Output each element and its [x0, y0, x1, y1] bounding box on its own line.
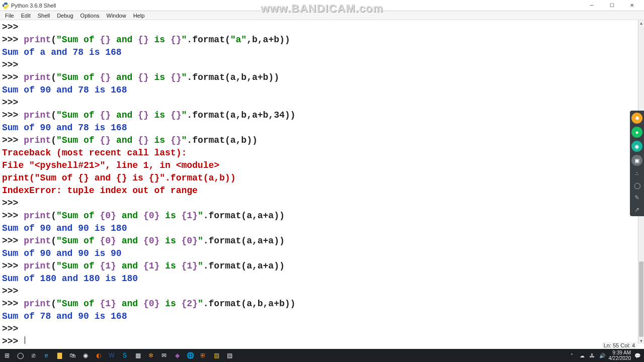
recorder-mic-icon[interactable]: ● — [631, 127, 642, 138]
recorder-toolbar: ✱ ● ◉ ▣ ⛬ ◯ ✎ ↗ — [630, 111, 644, 216]
shell-line: Sum of 78 and 90 is 168 — [2, 310, 636, 323]
file-explorer-icon[interactable]: ▇ — [53, 350, 65, 361]
menu-options[interactable]: Options — [77, 12, 103, 19]
shell-line: >>> print("Sum of {} and {} is {}".forma… — [2, 109, 636, 122]
shell-line: Sum of 90 and 78 is 168 — [2, 84, 636, 97]
scroll-thumb[interactable] — [639, 261, 643, 337]
tray-volume-icon[interactable]: 🔊 — [599, 353, 606, 358]
menubar: FileEditShellDebugOptionsWindowHelp — [0, 11, 644, 20]
titlebar: Python 3.6.8 Shell ─ ☐ ✕ — [0, 0, 644, 11]
maximize-button[interactable]: ☐ — [602, 0, 622, 11]
cortana-icon[interactable]: ◯ — [14, 350, 26, 361]
taskbar: ⊞ ◯ ⎚ e ▇ 🛍 ◉ ◐ W S ▦ ✻ ✉ ◆ 🌐 ⛨ ▥ ▤ ˄ ☁ … — [0, 349, 644, 362]
tray-up-icon[interactable]: ˄ — [569, 353, 576, 358]
shell-output[interactable]: >>> >>> print("Sum of {} and {} is {}".f… — [0, 20, 638, 344]
skype-icon[interactable]: S — [119, 350, 131, 361]
shell-line: >>> — [2, 323, 636, 335]
menu-help[interactable]: Help — [130, 12, 148, 19]
menu-shell[interactable]: Shell — [35, 12, 53, 19]
shell-line: >>> — [2, 285, 636, 298]
taskbar-date: 4/22/2020 — [609, 355, 631, 361]
shell-line: >>> print("Sum of {1} and {0} is {2}".fo… — [2, 298, 636, 310]
shell-line: >>> print("Sum of {} and {} is {}".forma… — [2, 71, 636, 84]
close-button[interactable]: ✕ — [622, 0, 642, 11]
menu-edit[interactable]: Edit — [18, 12, 34, 19]
recorder-circle-icon[interactable]: ◯ — [632, 181, 641, 190]
shell-line: Sum of a and 78 is 168 — [2, 46, 636, 59]
notifications-icon[interactable]: 💬 — [634, 353, 641, 358]
window-title: Python 3.6.8 Shell — [11, 3, 56, 9]
recorder-chat-icon[interactable]: ◉ — [631, 141, 642, 152]
recorder-pencil-icon[interactable]: ✎ — [632, 193, 641, 202]
shell-line: File "<pyshell#21>", line 1, in <module> — [2, 159, 636, 172]
idle-taskbar-icon[interactable]: ▤ — [223, 350, 235, 361]
firefox-icon[interactable]: ◐ — [93, 350, 105, 361]
menu-debug[interactable]: Debug — [54, 12, 76, 19]
shell-line: >>> — [2, 335, 636, 344]
window-controls: ─ ☐ ✕ — [582, 0, 642, 11]
shell-line: >>> print("Sum of {} and {} is {}".forma… — [2, 34, 636, 46]
shield-icon[interactable]: ⛨ — [197, 350, 209, 361]
start-button[interactable]: ⊞ — [1, 350, 13, 361]
shell-line: Sum of 90 and 90 is 180 — [2, 222, 636, 235]
scroll-up-icon[interactable]: ▲ — [638, 20, 644, 26]
taskbar-time: 9:39 AM — [609, 350, 631, 355]
task-view-icon[interactable]: ⎚ — [27, 350, 39, 361]
shell-line: IndexError: tuple index out of range — [2, 185, 636, 197]
mail-icon[interactable]: ✉ — [158, 350, 170, 361]
word-icon[interactable]: W — [106, 350, 118, 361]
python-taskbar-icon[interactable]: ▥ — [210, 350, 222, 361]
shell-line: >>> print("Sum of {0} and {0} is {0}".fo… — [2, 235, 636, 247]
shell-line: >>> — [2, 59, 636, 71]
minimize-button[interactable]: ─ — [582, 0, 602, 11]
shell-line: Sum of 180 and 180 is 180 — [2, 273, 636, 285]
recorder-more-icon[interactable]: ↗ — [632, 205, 641, 214]
shell-line: >>> print("Sum of {1} and {1} is {1}".fo… — [2, 260, 636, 273]
python-icon — [2, 2, 9, 9]
shell-line: >>> — [2, 97, 636, 109]
shell-line: >>> — [2, 197, 636, 210]
tray-network-icon[interactable]: 🖧 — [589, 353, 596, 358]
app2-icon[interactable]: ◆ — [171, 350, 183, 361]
shell-line: print("Sum of {} and {} is {}".format(a,… — [2, 172, 636, 185]
tray-cloud-icon[interactable]: ☁ — [579, 353, 586, 358]
store-icon[interactable]: 🛍 — [66, 350, 78, 361]
shell-line: >>> print("Sum of {0} and {0} is {1}".fo… — [2, 210, 636, 222]
recorder-settings-icon[interactable]: ✱ — [631, 113, 642, 124]
recorder-camera-icon[interactable]: ▣ — [631, 155, 642, 166]
globe-icon[interactable]: 🌐 — [184, 350, 196, 361]
shell-line: Sum of 90 and 78 is 168 — [2, 122, 636, 134]
app-icon[interactable]: ▦ — [132, 350, 144, 361]
gear-icon[interactable]: ✻ — [145, 350, 157, 361]
shell-line: Traceback (most recent call last): — [2, 147, 636, 159]
shell-line: Sum of 90 and 90 is 90 — [2, 247, 636, 260]
edge-icon[interactable]: e — [40, 350, 52, 361]
shell-line: >>> print("Sum of {} and {} is {}".forma… — [2, 134, 636, 147]
statusbar: Ln: 55 Col: 4 — [602, 342, 637, 349]
chrome-icon[interactable]: ◉ — [79, 350, 92, 361]
menu-file[interactable]: File — [2, 12, 17, 19]
shell-line: >>> — [2, 21, 636, 34]
menu-window[interactable]: Window — [104, 12, 129, 19]
recorder-users-icon[interactable]: ⛬ — [632, 169, 641, 178]
scroll-down-icon[interactable]: ▼ — [638, 338, 644, 344]
